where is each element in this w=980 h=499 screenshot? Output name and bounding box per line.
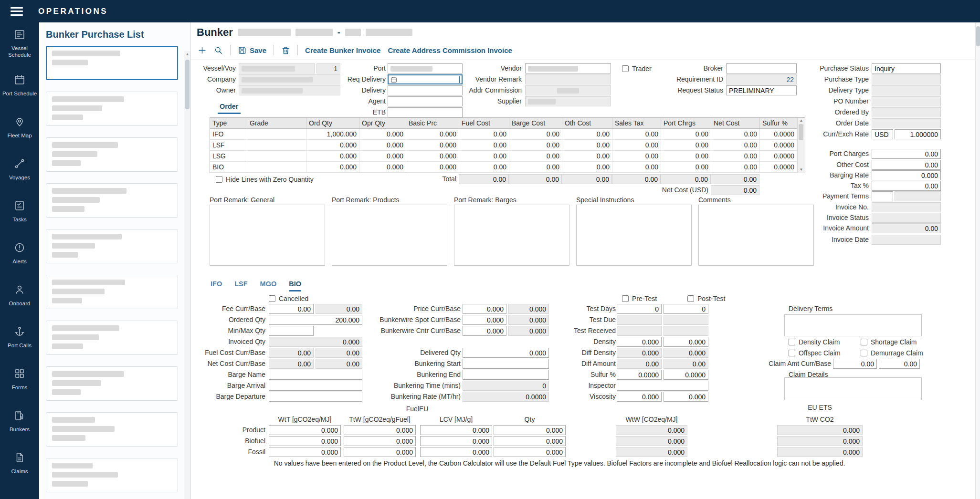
density-field-2[interactable]: 0.000 (664, 337, 708, 347)
company-field[interactable] (239, 74, 340, 84)
table-row-ifo[interactable]: IFO1,000.0000.0000.0000.000.000.000.000.… (210, 129, 797, 140)
list-item[interactable] (46, 412, 178, 447)
product-lcv-mj-g-field[interactable]: 0.000 (420, 425, 492, 435)
create-address-commission-invoice-button[interactable]: Create Address Commission Invoice (388, 46, 512, 54)
net-cost-curr-base-field-2[interactable]: 0.00 (316, 359, 362, 369)
delete-button[interactable] (281, 46, 290, 55)
hide-zero-quantity-checkbox[interactable]: Hide Lines with Zero Quantity (216, 174, 314, 184)
invoice-status-field[interactable] (872, 213, 941, 223)
biofuel-qty-field[interactable]: 0.000 (494, 436, 566, 446)
broker-field[interactable] (726, 63, 797, 73)
fossil-ttw-co2-field[interactable]: 0.000 (777, 447, 863, 457)
checkbox[interactable] (622, 65, 629, 72)
request-status-field[interactable]: PRELIMINARY (726, 85, 797, 95)
shortage-claim-checkbox[interactable]: Shortage Claim (861, 337, 917, 347)
table-row-bio[interactable]: BIO0.0000.0000.0000.000.000.000.000.000.… (210, 162, 797, 173)
curr-exch-rate-field[interactable]: USD (872, 129, 893, 139)
list-item[interactable] (46, 275, 178, 309)
min-max-qty-field[interactable] (269, 326, 314, 336)
biofuel-ttw-co2-field[interactable]: 0.000 (777, 436, 863, 446)
total-field-2[interactable]: 0.00 (562, 174, 612, 184)
requirement-id-field[interactable]: 22 (726, 74, 797, 84)
density-field[interactable]: 0.000 (617, 337, 662, 347)
test-due-field-2[interactable] (664, 315, 708, 325)
viscosity-field-2[interactable]: 0.000 (664, 392, 708, 402)
sidebar-item-tasks[interactable]: Tasks (0, 190, 39, 232)
delivery-terms-box[interactable] (784, 314, 922, 336)
diff-density-field[interactable]: 0.000 (617, 348, 662, 358)
total-field-5[interactable]: 0.00 (711, 174, 759, 184)
list-item[interactable] (46, 229, 178, 263)
demurrage-claim-checkbox[interactable]: Demurrage Claim (861, 348, 923, 358)
list-item[interactable] (46, 321, 178, 355)
sidebar-item-onboard[interactable]: Onboard (0, 274, 39, 316)
port-remark-barges-box[interactable] (454, 205, 569, 266)
biofuel-wtt-gco2eq-mj-field[interactable]: 0.000 (269, 436, 341, 446)
purchase-type-field[interactable] (872, 74, 941, 84)
scroll-up-icon[interactable]: ▲ (184, 51, 190, 58)
ordered-qty-field[interactable]: 200.000 (269, 315, 362, 325)
list-scrollbar[interactable]: ▲ (184, 51, 190, 499)
port-charges-field[interactable]: 0.00 (872, 149, 941, 159)
barge-name-field[interactable] (269, 370, 362, 380)
invoice-amount-field[interactable]: 0.00 (872, 223, 941, 233)
special-instructions-box[interactable] (576, 205, 692, 266)
list-item[interactable] (46, 137, 178, 172)
table-row-lsg[interactable]: LSG0.0000.0000.0000.000.000.000.000.000.… (210, 151, 797, 162)
inspector-field[interactable] (617, 381, 708, 391)
create-bunker-invoice-button[interactable]: Create Bunker Invoice (305, 46, 380, 54)
po-number-field[interactable] (872, 96, 941, 106)
biofuel-wtw-co2eq-mj-field[interactable]: 0.000 (616, 436, 687, 446)
viscosity-field[interactable]: 0.000 (617, 392, 662, 402)
diff-amount-field-2[interactable]: 0.00 (664, 359, 708, 369)
payment-terms-field[interactable] (872, 191, 893, 201)
density-claim-checkbox[interactable]: Density Claim (789, 337, 840, 347)
delivery-field[interactable] (388, 85, 463, 95)
product-qty-field[interactable]: 0.000 (494, 425, 566, 435)
fuel-cost-curr-base-field[interactable]: 0.00 (269, 348, 314, 358)
tax-field[interactable]: 0.00 (872, 181, 941, 191)
sidebar-item-port-schedule[interactable]: Port Schedule (0, 64, 39, 106)
fuel-tab-ifo[interactable]: IFO (211, 280, 222, 291)
list-item[interactable] (46, 183, 178, 218)
net-cost-usd-field[interactable]: 0.00 (711, 185, 759, 195)
checkbox[interactable] (216, 176, 222, 183)
invoice-no-field[interactable] (872, 202, 941, 212)
main-scrollbar[interactable] (975, 22, 980, 499)
invoice-date-field[interactable] (872, 235, 941, 245)
addr-commission-field[interactable] (525, 85, 611, 95)
sidebar-item-bunkers[interactable]: Bunkers (0, 400, 39, 442)
checkbox[interactable] (687, 295, 694, 302)
post-test-checkbox[interactable]: Post-Test (687, 293, 725, 303)
scrollbar-thumb[interactable] (185, 60, 190, 109)
fuel-cost-curr-base-field-2[interactable]: 0.00 (316, 348, 362, 358)
offspec-claim-checkbox[interactable]: Offspec Claim (789, 348, 841, 358)
product-ttw-co2-field[interactable]: 0.000 (777, 425, 863, 435)
req-delivery-field[interactable] (388, 74, 463, 84)
sidebar-item-fleet-map[interactable]: Fleet Map (0, 106, 39, 148)
list-item[interactable] (46, 458, 178, 492)
scroll-up-icon[interactable]: ▲ (798, 118, 805, 124)
fee-curr-base-field-2[interactable]: 0.00 (316, 304, 362, 314)
checkbox[interactable] (622, 295, 629, 302)
fossil-qty-field[interactable]: 0.000 (494, 447, 566, 457)
checkbox[interactable] (861, 339, 867, 345)
search-button[interactable] (214, 46, 223, 55)
ordered-by-field[interactable] (872, 107, 941, 117)
port-remark-general-box[interactable] (210, 205, 325, 266)
owner-field[interactable] (239, 85, 340, 95)
diff-density-field-2[interactable]: 0.000 (664, 348, 708, 358)
test-due-field[interactable] (617, 315, 662, 325)
port-field[interactable] (388, 63, 463, 73)
list-item[interactable] (46, 92, 178, 126)
bunkerwire-spot-curr-base-field[interactable]: 0.000 (463, 315, 506, 325)
sidebar-item-claims[interactable]: Claims (0, 442, 39, 484)
claim-amt-field[interactable]: 0.00 (833, 359, 877, 369)
diff-amount-field[interactable]: 0.00 (617, 359, 662, 369)
port-remark-products-box[interactable] (332, 205, 447, 266)
fuel-tab-lsf[interactable]: LSF (234, 280, 247, 291)
sidebar-item-port-calls[interactable]: Port Calls (0, 316, 39, 358)
biofuel-lcv-mj-g-field[interactable]: 0.000 (420, 436, 492, 446)
sulfur-field[interactable]: 0.0000 (617, 370, 662, 380)
test-received-field[interactable] (617, 326, 662, 336)
